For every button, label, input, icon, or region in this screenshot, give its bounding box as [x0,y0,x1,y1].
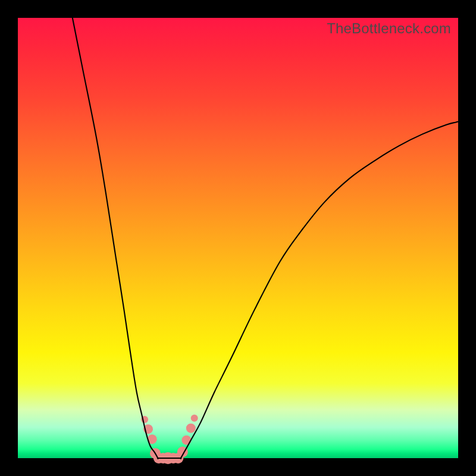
chart-frame: TheBottleneck.com [0,0,476,476]
data-marker [186,424,196,433]
plot-area: TheBottleneck.com [18,18,458,458]
data-marker [191,415,198,422]
bottleneck-curve [73,18,458,459]
marker-layer [141,415,198,464]
chart-svg [18,18,458,458]
data-marker [181,436,191,445]
